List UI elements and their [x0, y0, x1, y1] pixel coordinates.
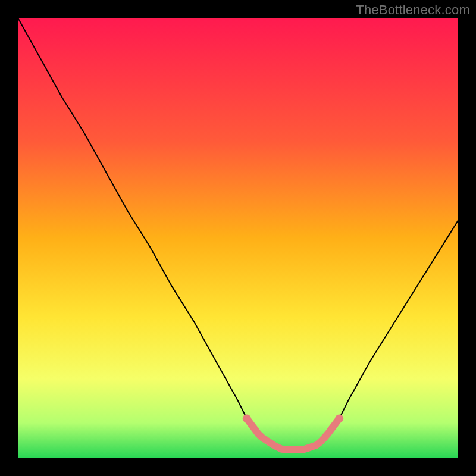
highlight-end-dot	[335, 414, 343, 422]
highlight-start-dot	[243, 414, 251, 422]
gradient-background	[18, 18, 458, 458]
watermark-text: TheBottleneck.com	[356, 2, 470, 18]
chart-plot	[18, 18, 458, 458]
chart-stage: TheBottleneck.com	[0, 0, 476, 476]
